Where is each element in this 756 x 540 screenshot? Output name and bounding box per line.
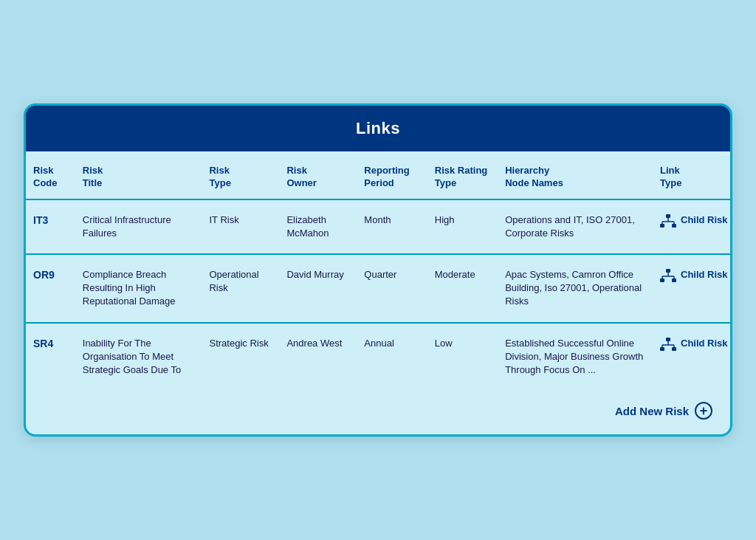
table-wrapper: RiskCode RiskTitle RiskType RiskOwner Re… <box>26 151 730 434</box>
table-row: IT3 Critical Infrastructure Failures IT … <box>26 199 730 254</box>
svg-rect-8 <box>660 278 664 282</box>
cell-link-type: Child Risk <box>653 254 730 323</box>
cell-link-type: Child Risk <box>653 199 730 254</box>
cell-type: IT Risk <box>202 199 279 254</box>
link-type-label: Child Risk <box>681 213 728 227</box>
cell-owner: David Murray <box>279 254 357 323</box>
cell-owner: Elizabeth McMahon <box>279 199 357 254</box>
svg-rect-9 <box>672 278 676 282</box>
table-header-row: RiskCode RiskTitle RiskType RiskOwner Re… <box>26 151 730 199</box>
hierarchy-icon <box>660 269 676 284</box>
cell-period: Annual <box>357 323 427 391</box>
cell-title: Compliance Breach Resulting In High Repu… <box>75 254 202 323</box>
cell-title: Inability For The Organisation To Meet S… <box>75 323 202 391</box>
col-header-rating: Risk RatingType <box>427 151 498 199</box>
cell-hierarchy: Operations and IT, ISO 27001, Corporate … <box>498 199 653 254</box>
col-header-period: ReportingPeriod <box>357 151 427 199</box>
cell-type: Strategic Risk <box>202 323 279 391</box>
cell-hierarchy: Apac Systems, Camron Office Building, Is… <box>498 254 653 323</box>
cell-period: Month <box>357 199 427 254</box>
table-row: OR9 Compliance Breach Resulting In High … <box>26 254 730 323</box>
cell-owner: Andrea West <box>279 323 357 391</box>
links-card: Links RiskCode RiskTitle RiskType RiskOw… <box>24 103 732 437</box>
svg-rect-0 <box>666 214 670 218</box>
cell-hierarchy: Established Successful Online Division, … <box>498 323 653 391</box>
cell-rating: Moderate <box>427 254 498 323</box>
cell-rating: Low <box>427 323 498 391</box>
cell-code: SR4 <box>26 323 75 391</box>
svg-rect-16 <box>672 347 676 351</box>
links-table: RiskCode RiskTitle RiskType RiskOwner Re… <box>26 151 730 390</box>
col-header-code: RiskCode <box>26 151 75 199</box>
col-header-title: RiskTitle <box>75 151 202 199</box>
table-row: SR4 Inability For The Organisation To Me… <box>26 323 730 391</box>
link-type-label: Child Risk <box>681 337 728 350</box>
cell-link-type: Child Risk <box>653 323 730 391</box>
cell-type: Operational Risk <box>202 254 279 323</box>
cell-title: Critical Infrastructure Failures <box>75 199 202 254</box>
svg-rect-15 <box>660 347 664 351</box>
col-header-owner: RiskOwner <box>279 151 357 199</box>
card-title: Links <box>26 106 730 151</box>
link-type-label: Child Risk <box>681 268 728 281</box>
svg-rect-7 <box>666 269 670 273</box>
cell-period: Quarter <box>357 254 427 323</box>
col-header-hierarchy: HierarchyNode Names <box>498 151 653 199</box>
add-new-risk-label: Add New Risk <box>615 405 689 417</box>
cell-code: OR9 <box>26 254 75 323</box>
col-header-link: LinkType <box>653 151 730 199</box>
svg-rect-14 <box>666 338 670 341</box>
col-header-type: RiskType <box>202 151 279 199</box>
cell-code: IT3 <box>26 199 75 254</box>
hierarchy-icon <box>660 338 676 352</box>
hierarchy-icon <box>660 214 676 229</box>
cell-rating: High <box>427 199 498 254</box>
add-icon: + <box>695 402 712 420</box>
svg-rect-1 <box>660 224 664 228</box>
add-new-risk-button[interactable]: Add New Risk + <box>615 402 712 420</box>
svg-rect-2 <box>672 224 676 228</box>
footer: Add New Risk + <box>26 390 730 425</box>
